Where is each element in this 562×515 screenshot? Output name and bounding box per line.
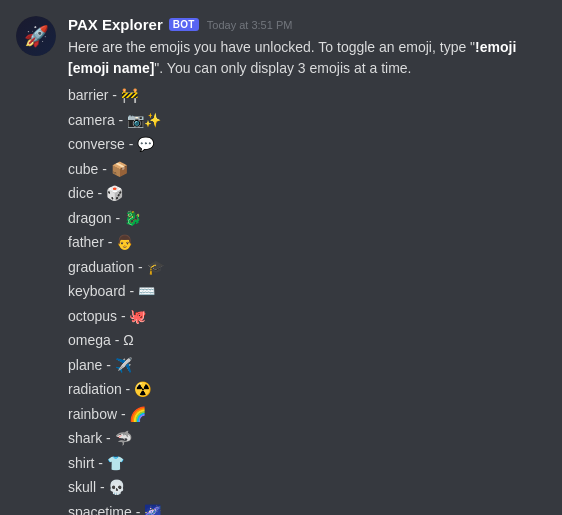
list-item: shirt - 👕 [68,451,546,476]
rocket-icon: 🚀 [24,24,49,48]
message-text: Here are the emojis you have unlocked. T… [68,37,546,79]
list-item: dragon - 🐉 [68,206,546,231]
list-item-father: father - 👨 [68,230,546,255]
list-item: graduation - 🎓 [68,255,546,280]
list-item: barrier - 🚧 [68,83,546,108]
list-item: skull - 💀 [68,475,546,500]
message-header: PAX Explorer BOT Today at 3:51 PM [68,16,546,33]
message-content: PAX Explorer BOT Today at 3:51 PM Here a… [68,16,546,515]
list-item: keyboard - ⌨️ [68,279,546,304]
list-item: shark - 🦈 [68,426,546,451]
timestamp: Today at 3:51 PM [207,19,293,31]
list-item: octopus - 🐙 [68,304,546,329]
list-item: spacetime - 🌌 [68,500,546,516]
list-item: radiation - ☢️ [68,377,546,402]
list-item: plane - ✈️ [68,353,546,378]
list-item: rainbow - 🌈 [68,402,546,427]
bot-name: PAX Explorer [68,16,163,33]
list-item: cube - 📦 [68,157,546,182]
list-item: omega - Ω [68,328,546,353]
avatar: 🚀 [16,16,56,56]
list-item: converse - 💬 [68,132,546,157]
command-text: !emoji [emoji name] [68,39,516,76]
list-item: camera - 📷✨ [68,108,546,133]
avatar-image: 🚀 [16,16,56,56]
list-item: dice - 🎲 [68,181,546,206]
message-container: 🚀 PAX Explorer BOT Today at 3:51 PM Here… [0,0,562,515]
emoji-list: barrier - 🚧 camera - 📷✨ converse - 💬 cub… [68,83,546,515]
bot-badge: BOT [169,18,199,31]
